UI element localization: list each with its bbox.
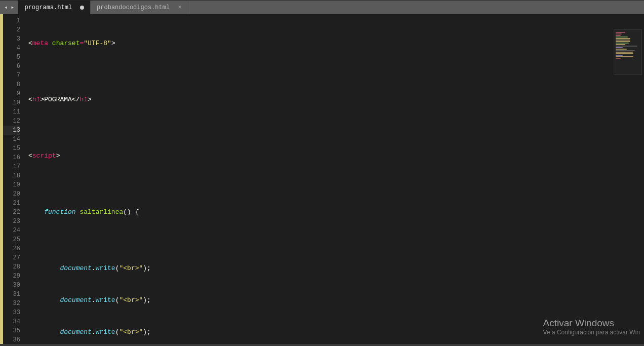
windows-activation-watermark: Activar Windows Ve a Configuración para … — [543, 318, 640, 336]
line-number: 33 — [3, 308, 20, 317]
code-line: document.write("<br>"); — [25, 264, 644, 273]
line-number: 32 — [3, 299, 20, 308]
close-icon[interactable]: × — [178, 4, 182, 11]
nav-forward-icon[interactable]: ▸ — [10, 4, 15, 11]
line-number: 21 — [3, 199, 20, 208]
line-number: 7 — [3, 71, 20, 80]
tab-label: probandocodigos.html — [97, 4, 170, 11]
line-number: 4 — [3, 44, 20, 53]
line-number: 34 — [3, 317, 20, 326]
line-number: 5 — [3, 53, 20, 62]
line-number: 27 — [3, 253, 20, 262]
code-line — [25, 63, 644, 72]
minimap[interactable] — [614, 29, 642, 75]
code-area[interactable]: <meta charset="UTF-8"> <h1>POGRAMA</h1> … — [25, 14, 644, 344]
tab-probandocodigos[interactable]: probandocodigos.html × — [91, 1, 188, 14]
line-number: 10 — [3, 98, 20, 107]
code-line — [25, 120, 644, 129]
line-number: 23 — [3, 217, 20, 226]
line-number: 31 — [3, 290, 20, 299]
line-number: 13 — [3, 126, 20, 135]
line-number: 25 — [3, 235, 20, 244]
line-number-gutter: 1234567891011121314151617181920212223242… — [3, 14, 25, 344]
watermark-subtitle: Ve a Configuración para activar Win — [543, 329, 640, 336]
tab-bar: ◂ ▸ programa.html probandocodigos.html × — [0, 0, 644, 14]
code-line — [25, 232, 644, 241]
dirty-indicator-icon — [80, 6, 84, 10]
line-number: 35 — [3, 326, 20, 335]
line-number: 2 — [3, 25, 20, 34]
line-number: 8 — [3, 80, 20, 89]
line-number: 9 — [3, 89, 20, 98]
line-number: 14 — [3, 135, 20, 144]
line-number: 16 — [3, 153, 20, 162]
code-line: document.write("<br>"); — [25, 296, 644, 305]
watermark-title: Activar Windows — [543, 318, 640, 329]
code-editor[interactable]: 1234567891011121314151617181920212223242… — [0, 14, 644, 344]
line-number: 15 — [3, 144, 20, 153]
line-number: 18 — [3, 171, 20, 180]
nav-arrows: ◂ ▸ — [0, 1, 18, 14]
line-number: 3 — [3, 34, 20, 44]
code-line — [25, 176, 644, 185]
line-number: 12 — [3, 117, 20, 126]
tab-programa[interactable]: programa.html — [18, 1, 91, 14]
line-number: 29 — [3, 272, 20, 281]
code-line: function saltarlinea() { — [25, 208, 644, 217]
code-line: <h1>POGRAMA</h1> — [25, 95, 644, 104]
code-line: <script> — [25, 151, 644, 161]
line-number: 6 — [3, 62, 20, 71]
line-number: 17 — [3, 162, 20, 171]
line-number: 28 — [3, 262, 20, 272]
line-number: 26 — [3, 244, 20, 253]
line-number: 22 — [3, 208, 20, 217]
line-number: 19 — [3, 180, 20, 189]
code-line: <meta charset="UTF-8"> — [25, 39, 644, 48]
nav-back-icon[interactable]: ◂ — [3, 4, 9, 11]
tab-label: programa.html — [24, 4, 72, 11]
line-number: 1 — [3, 16, 20, 25]
line-number: 30 — [3, 281, 20, 290]
line-number: 11 — [3, 107, 20, 117]
line-number: 36 — [3, 335, 20, 344]
line-number: 24 — [3, 226, 20, 235]
line-number: 20 — [3, 189, 20, 199]
